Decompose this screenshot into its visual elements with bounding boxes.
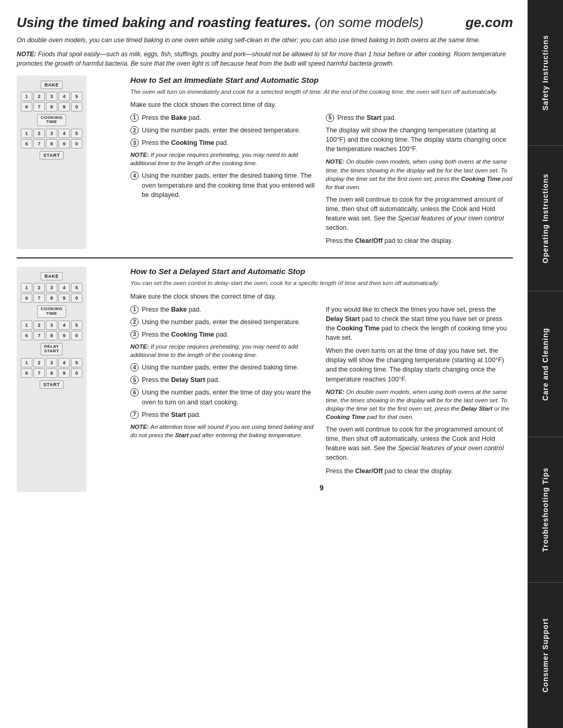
- section1-cols: 1 Press the Bake pad. 2 Using the number…: [130, 113, 513, 250]
- section2-left-col: 1 Press the Bake pad. 2 Using the number…: [130, 305, 317, 479]
- delay-start-btn-2: DELAYSTART: [41, 343, 63, 355]
- main-content: Using the timed baking and roasting feat…: [0, 0, 525, 511]
- step-text-1-5: Press the Start pad.: [337, 113, 513, 122]
- key-6b: 6: [21, 139, 32, 149]
- section2-continue-text: The oven will continue to cook for the p…: [326, 425, 513, 463]
- section2-cols: 1 Press the Bake pad. 2 Using the number…: [130, 305, 513, 479]
- section2-right-1: If you would like to check the times you…: [326, 305, 513, 343]
- step-text-2-7: Press the Start pad.: [142, 410, 317, 419]
- step-num-1-5: 5: [326, 114, 334, 122]
- step-num-2-5: 5: [130, 376, 139, 384]
- keypad-grid-2a: 1 2 3 4 5 6 7 8 9 0: [21, 283, 82, 303]
- step-text-2-1: Press the Bake pad.: [142, 305, 317, 314]
- bold-note: NOTE: Foods that spoil easily—such as mi…: [17, 50, 513, 68]
- section1-note-preheat: NOTE: If your recipe requires preheating…: [130, 151, 317, 167]
- step2-1: 1 Press the Bake pad.: [130, 305, 317, 314]
- section1-note-double: NOTE: On double oven models, when using …: [326, 157, 513, 191]
- step-text-2-3: Press the Cooking Time pad.: [142, 330, 317, 339]
- keypad-diagram-2: Bake 1 2 3 4 5 6 7 8 9 0: [17, 267, 87, 491]
- step2-7: 7 Press the Start pad.: [130, 410, 317, 419]
- step2-2: 2 Using the number pads, enter the desir…: [130, 317, 317, 327]
- key-7: 7: [33, 102, 45, 112]
- step-num-1-1: 1: [130, 114, 139, 122]
- section2-content: How to Set a Delayed Start and Automatic…: [126, 267, 513, 491]
- key-2b: 2: [33, 129, 45, 138]
- section1-display-text: The display will show the changing tempe…: [326, 126, 513, 154]
- key-4b: 4: [58, 129, 70, 138]
- keypad-grid-2c: 1 2 3 4 5 6 7 8 9 0: [21, 358, 82, 378]
- section2-right-col: If you would like to check the times you…: [326, 305, 513, 479]
- key-9: 9: [58, 102, 70, 112]
- section1-right-col: 5 Press the Start pad. The display will …: [326, 113, 513, 250]
- section2-heading: How to Set a Delayed Start and Automatic…: [130, 267, 513, 276]
- step2-6: 6 Using the number pads, enter the time …: [130, 388, 317, 406]
- step-num-2-4: 4: [130, 363, 139, 372]
- section2-keypad: Bake 1 2 3 4 5 6 7 8 9 0: [17, 267, 126, 491]
- keypad-grid-1a: 1 2 3 4 5 6 7 8 9 0: [21, 92, 82, 112]
- step-num-1-3: 3: [130, 139, 139, 147]
- key-8b: 8: [46, 139, 57, 149]
- sidebar-label-safety: Safety Instructions: [541, 35, 550, 110]
- step-text-2-5: Press the Delay Start pad.: [142, 375, 317, 385]
- section1-intro: The oven will turn on immediately and co…: [130, 88, 513, 96]
- right-sidebar: Safety Instructions Operating Instructio…: [528, 0, 563, 728]
- section2-note-attention: NOTE: An attention tone will sound if yo…: [130, 423, 317, 439]
- section2-clear-off: Press the Clear/Off pad to clear the dis…: [326, 466, 513, 476]
- key-7b: 7: [33, 139, 45, 149]
- sidebar-section-safety: Safety Instructions: [528, 0, 563, 146]
- section1-content: How to Set an Immediate Start and Automa…: [126, 76, 513, 250]
- start-btn-1: Start: [40, 151, 64, 159]
- step1-4: 4 Using the number pads, enter the desir…: [130, 171, 317, 199]
- section1-keypad: Bake 1 2 3 4 5 6 7 8 9 0: [17, 76, 126, 250]
- section1-make-sure: Make sure the clock shows the correct ti…: [130, 100, 513, 109]
- section1-heading: How to Set an Immediate Start and Automa…: [130, 76, 513, 84]
- section2-block: Bake 1 2 3 4 5 6 7 8 9 0: [17, 267, 513, 491]
- keypad-diagram-1: Bake 1 2 3 4 5 6 7 8 9 0: [17, 76, 87, 250]
- keypad-grid-1b: 1 2 3 4 5 6 7 8 9 0: [21, 129, 82, 149]
- cooking-time-btn-1: COOKINGTIME: [37, 114, 66, 127]
- step-num-1-4: 4: [130, 171, 139, 180]
- start-btn-2: Start: [40, 380, 64, 389]
- section2-note-preheat: NOTE: If your recipe requires preheating…: [130, 342, 317, 359]
- cooking-time-btn-2: COOKINGTIME: [37, 305, 66, 318]
- key-2: 2: [33, 92, 45, 101]
- sidebar-label-operating: Operating Instructions: [541, 174, 550, 263]
- bake-btn-2: Bake: [41, 272, 63, 280]
- step1-5: 5 Press the Start pad.: [326, 113, 513, 122]
- key-3b: 3: [46, 129, 57, 138]
- oven-diagram-2: Bake 1 2 3 4 5 6 7 8 9 0: [21, 272, 82, 388]
- key-8: 8: [46, 102, 57, 112]
- lower-section: Bake 1 2 3 4 5 6 7 8 9 0: [17, 267, 513, 500]
- sidebar-label-consumer: Consumer Support: [541, 618, 550, 693]
- step2-4: 4 Using the number pads, enter the desir…: [130, 363, 317, 372]
- section2-right-2: When the oven turns on at the time of da…: [326, 346, 513, 384]
- section2-make-sure: Make sure the clock shows the correct ti…: [130, 292, 513, 301]
- section2-intro: You can set the oven control to delay-st…: [130, 279, 513, 287]
- sidebar-section-operating: Operating Instructions: [528, 146, 563, 292]
- key-1: 1: [21, 92, 32, 101]
- oven-diagram-1: Bake 1 2 3 4 5 6 7 8 9 0: [21, 81, 82, 160]
- key-5b: 5: [71, 129, 82, 138]
- step-text-1-3: Press the Cooking Time pad.: [142, 138, 317, 147]
- sidebar-section-troubleshooting: Troubleshooting Tips: [528, 437, 563, 583]
- key-1b: 1: [21, 129, 32, 138]
- step-num-2-7: 7: [130, 411, 139, 419]
- step-num-2-6: 6: [130, 388, 139, 397]
- step-text-1-2: Using the number pads, enter the desired…: [142, 126, 317, 135]
- step-text-2-2: Using the number pads, enter the desired…: [142, 317, 317, 327]
- step-num-1-2: 2: [130, 126, 139, 134]
- sidebar-section-consumer: Consumer Support: [528, 583, 563, 728]
- bake-btn-1: Bake: [41, 81, 63, 89]
- bold-note-label: NOTE:: [17, 51, 36, 58]
- step1-3: 3 Press the Cooking Time pad.: [130, 138, 317, 147]
- page-title: Using the timed baking and roasting feat…: [17, 15, 423, 31]
- section2-note-double: NOTE: On double oven models, when using …: [326, 388, 513, 421]
- step-num-2-3: 3: [130, 330, 139, 339]
- step2-3: 3 Press the Cooking Time pad.: [130, 330, 317, 339]
- step-text-1-4: Using the number pads, enter the desired…: [142, 171, 317, 199]
- key-0b: 0: [71, 139, 82, 149]
- section1-left-col: 1 Press the Bake pad. 2 Using the number…: [130, 113, 317, 250]
- key-9b: 9: [58, 139, 70, 149]
- key-0: 0: [71, 102, 82, 112]
- key-3: 3: [46, 92, 57, 101]
